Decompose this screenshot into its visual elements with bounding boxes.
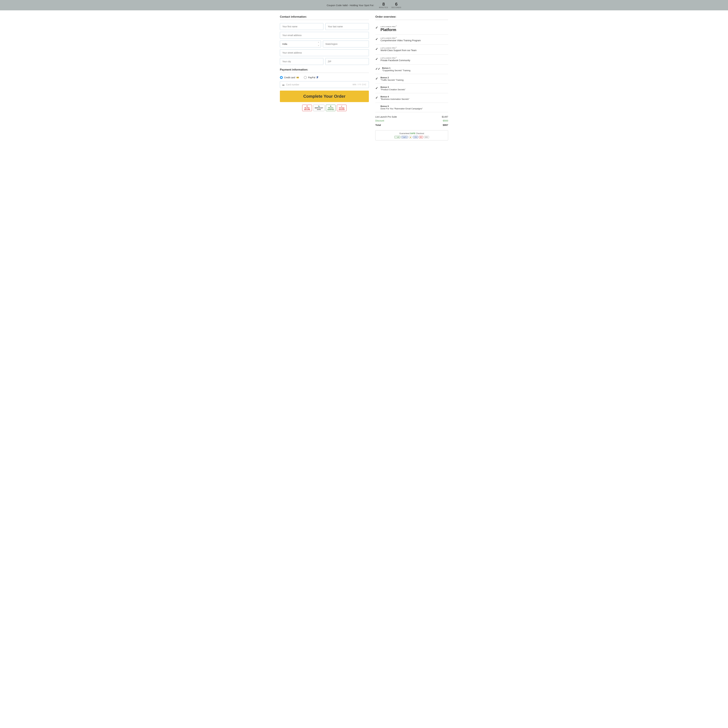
brand-label-facebook: LISTLAUNCH PRO™ bbox=[381, 57, 448, 59]
paypal-icon: 𝐏 bbox=[317, 76, 318, 79]
timer-minutes-value: 8 bbox=[379, 2, 388, 6]
merchant-icon: 🏪 bbox=[315, 106, 323, 107]
total-amount: $997 bbox=[443, 124, 448, 126]
item-title-platform: Platform bbox=[381, 28, 448, 32]
street-row bbox=[280, 49, 369, 56]
complete-order-button[interactable]: Complete Your Order bbox=[280, 90, 369, 102]
radio-inner bbox=[281, 77, 282, 78]
country-state-row: India United States United Kingdom Canad… bbox=[280, 41, 369, 47]
order-item-video-content: LISTLAUNCH PRO™ Comprehensive Video Trai… bbox=[381, 37, 448, 42]
order-item-bonus3-content: Bonus 3 "Product Creation Secrets" bbox=[381, 86, 448, 91]
timer-seconds: 6 SECONDS bbox=[392, 2, 401, 8]
email-row bbox=[280, 32, 369, 39]
card-input-wrapper[interactable]: ▬ Card number MM / YY CVC bbox=[280, 81, 369, 88]
left-column: Contact information: India United States… bbox=[280, 15, 369, 141]
price-summary: List Launch Pro Suite $1497 Discount -$5… bbox=[375, 115, 448, 127]
last-name-input[interactable] bbox=[325, 23, 369, 30]
item-subtitle-video: Comprehensive Video Training Program bbox=[381, 39, 448, 42]
brand-label-support: LISTLAUNCH PRO™ bbox=[381, 47, 448, 49]
mcafee-icon: 🛡 bbox=[304, 106, 310, 107]
order-item-bonus2: ✓ Bonus 2 "Traffic Secrets" Training bbox=[375, 74, 448, 84]
overview-divider bbox=[375, 20, 448, 20]
order-item-bonus1: ✓✓ Bonus 1 "Copywriting Secrets" Trainin… bbox=[375, 64, 448, 74]
order-item-facebook-content: LISTLAUNCH PRO™ Private Facebook Communi… bbox=[381, 57, 448, 62]
timer-seconds-value: 6 bbox=[392, 2, 401, 6]
discount-amount: -$500 bbox=[442, 119, 448, 122]
email-input[interactable] bbox=[280, 32, 369, 39]
check-facebook-icon: ✓ bbox=[375, 57, 379, 61]
card-number-placeholder: Card number bbox=[286, 83, 351, 86]
check-bonus4-icon: ✓ bbox=[375, 96, 379, 99]
paypal-radio[interactable] bbox=[304, 76, 307, 79]
order-item-platform: ✓ LISTLAUNCH PRO™ Platform bbox=[375, 23, 448, 35]
safe-checkout-title: Guaranteed SAFE Checkout bbox=[378, 132, 446, 135]
banner-text: Coupon Code Valid - Holding Your Spot Fo… bbox=[327, 4, 374, 7]
name-row bbox=[280, 23, 369, 30]
street-input[interactable] bbox=[280, 49, 369, 56]
order-item-bonus4: ✓ Bonus 4 "Business Automation Secrets" bbox=[375, 93, 448, 103]
discover-logo: DISC bbox=[424, 136, 429, 138]
lock-icon: 🔒 bbox=[408, 136, 412, 138]
order-item-bonus3: ✓ Bonus 3 "Product Creation Secrets" bbox=[375, 84, 448, 93]
order-item-bonus4-content: Bonus 4 "Business Automation Secrets" bbox=[381, 95, 448, 100]
zip-input[interactable] bbox=[325, 58, 369, 65]
order-item-facebook: ✓ LISTLAUNCH PRO™ Private Facebook Commu… bbox=[375, 55, 448, 64]
price-row-discount: Discount -$500 bbox=[375, 119, 448, 122]
truste-icon: ♻ bbox=[327, 106, 334, 107]
timer-minutes: 8 MINUTES bbox=[379, 2, 388, 8]
check-bonus3-icon: ✓ bbox=[375, 86, 379, 90]
credit-card-label: Credit card bbox=[284, 76, 295, 79]
order-item-bonus5: Bonus 5 Done For You "Rainmaker Email Ca… bbox=[375, 103, 448, 112]
order-item-platform-content: LISTLAUNCH PRO™ Platform bbox=[381, 25, 448, 32]
check-bonus2-icon: ✓ bbox=[375, 77, 379, 81]
credit-card-option[interactable]: Credit card 💳 bbox=[280, 76, 299, 79]
order-item-support-content: LISTLAUNCH PRO™ World-Class Support from… bbox=[381, 47, 448, 52]
card-expiry-cvc: MM / YY CVC bbox=[353, 84, 366, 86]
bonus2-desc: "Traffic Secrets" Training bbox=[381, 79, 448, 81]
verisign-badge: ✔ VerisignSecured bbox=[337, 105, 347, 111]
mastercard-logo: MC bbox=[419, 136, 423, 138]
check-support-icon: ✓ bbox=[375, 47, 379, 51]
timer-minutes-label: MINUTES bbox=[379, 6, 388, 8]
mcafee-badge: 🛡 McAfeeSECURE bbox=[302, 105, 312, 111]
visa-logo: VISA bbox=[413, 136, 418, 138]
total-label: Total bbox=[375, 124, 381, 126]
paypal-label: PayPal bbox=[308, 76, 315, 79]
contact-section-title: Contact information: bbox=[280, 15, 369, 18]
check-bonus1-icon: ✓✓ bbox=[375, 67, 380, 71]
safe-text: SAFE bbox=[410, 132, 415, 135]
card-chip-icon: ▬ bbox=[282, 84, 284, 86]
bonus1-title: Bonus 1 bbox=[382, 67, 448, 69]
order-item-bonus2-content: Bonus 2 "Traffic Secrets" Training bbox=[381, 76, 448, 81]
first-name-input[interactable] bbox=[280, 23, 323, 30]
truste-badge: ♻ TRUSTeVERIFIED bbox=[326, 105, 335, 111]
bonus3-title: Bonus 3 bbox=[381, 86, 448, 88]
item-subtitle-support: World-Class Support from our Team bbox=[381, 49, 448, 52]
right-column: Order overview: ✓ LISTLAUNCH PRO™ Platfo… bbox=[375, 15, 448, 141]
merchant-safe-badge: 🏪 MERCHANTSAFE bbox=[313, 105, 324, 111]
credit-card-radio[interactable] bbox=[280, 76, 283, 79]
state-input[interactable] bbox=[323, 41, 369, 47]
discount-label: Discount bbox=[375, 119, 384, 122]
order-overview-title: Order overview: bbox=[375, 15, 448, 18]
main-container: Contact information: India United States… bbox=[277, 10, 451, 145]
brand-label-platform: LISTLAUNCH PRO™ bbox=[381, 25, 448, 28]
check-platform-icon: ✓ bbox=[375, 26, 379, 30]
payment-section-title: Payment information: bbox=[280, 68, 369, 71]
country-select-wrapper: India United States United Kingdom Canad… bbox=[280, 41, 321, 47]
credit-card-icon: 💳 bbox=[297, 76, 299, 79]
suite-amount: $1497 bbox=[442, 116, 448, 118]
header-banner: Coupon Code Valid - Holding Your Spot Fo… bbox=[0, 0, 728, 10]
payment-methods: Credit card 💳 PayPal 𝐏 bbox=[280, 76, 369, 79]
price-row-total: Total $997 bbox=[375, 122, 448, 127]
paypal-logo: PayPal bbox=[401, 136, 407, 138]
bonus4-desc: "Business Automation Secrets" bbox=[381, 98, 448, 100]
paypal-option[interactable]: PayPal 𝐏 bbox=[304, 76, 318, 79]
bonus1-desc: "Copywriting Secrets" Training bbox=[382, 69, 448, 72]
bonus5-desc: Done For You "Rainmaker Email Campaigns" bbox=[381, 107, 448, 110]
country-select[interactable]: India United States United Kingdom Canad… bbox=[280, 41, 321, 47]
city-input[interactable] bbox=[280, 58, 323, 65]
safe-checkout: Guaranteed SAFE Checkout ✓ safe PayPal 🔒… bbox=[375, 130, 448, 141]
payment-logos: ✓ safe PayPal 🔒 VISA MC DISC bbox=[378, 136, 446, 138]
safe-icon: ✓ safe bbox=[395, 136, 401, 138]
